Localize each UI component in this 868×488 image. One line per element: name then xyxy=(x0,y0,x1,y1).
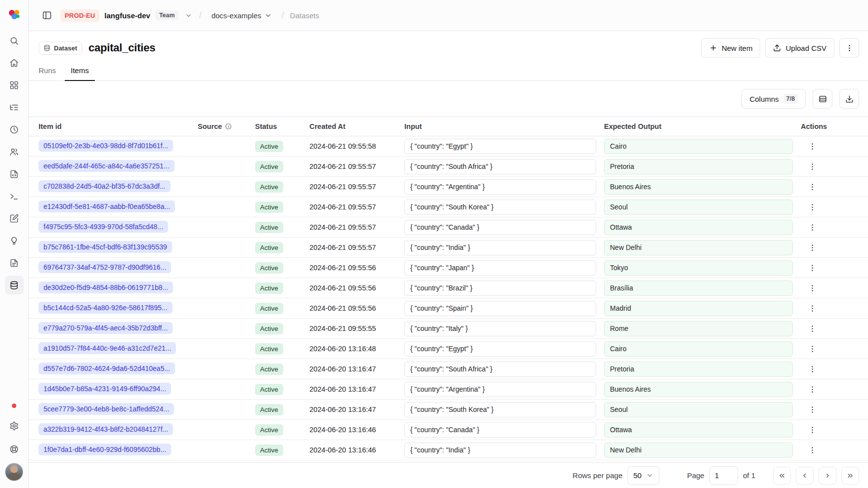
row-actions-button[interactable] xyxy=(804,340,821,357)
previous-page-button[interactable] xyxy=(796,467,814,485)
input-value[interactable]: { "country": "Canada" } xyxy=(404,220,596,235)
item-id-link[interactable]: e12430df-5e81-4687-aabb-f0ea65be8a... xyxy=(39,201,175,212)
expected-output-value[interactable]: Madrid xyxy=(604,301,793,316)
expected-output-value[interactable]: Pretoria xyxy=(604,159,793,174)
item-id-link[interactable]: 69764737-34af-4752-9787-d90df9616... xyxy=(39,261,171,273)
expected-output-value[interactable]: New Delhi xyxy=(604,240,793,255)
expected-output-value[interactable]: Ottawa xyxy=(604,220,793,235)
expected-output-value[interactable]: New Delhi xyxy=(604,443,793,458)
item-id-link[interactable]: a1910d57-7f84-440c-9e46-a31c2d7e21... xyxy=(39,342,176,354)
row-actions-button[interactable] xyxy=(804,381,821,398)
row-actions-button[interactable] xyxy=(804,178,821,195)
breadcrumb-section[interactable]: Datasets xyxy=(290,11,319,20)
row-height-button[interactable] xyxy=(813,89,832,109)
row-actions-button[interactable] xyxy=(804,199,821,215)
item-id-link[interactable]: c702838d-24d5-40a2-bf35-67dc3a3df... xyxy=(39,180,171,192)
item-id-link[interactable]: 5cee7779-3e00-4eb8-be8c-1affedd524... xyxy=(39,403,174,415)
input-value[interactable]: { "country": "South Africa" } xyxy=(404,159,596,174)
row-actions-button[interactable] xyxy=(804,421,821,438)
item-id-link[interactable]: f4975c95-5fc3-4939-970d-58fa5cd48... xyxy=(39,221,168,233)
sidebar-item-annotation[interactable] xyxy=(5,209,24,228)
expected-output-value[interactable]: Rome xyxy=(604,321,793,336)
expected-output-value[interactable]: Buenos Aires xyxy=(604,179,793,195)
item-id-link[interactable]: a322b319-9412-4f43-b8f2-b20484127f... xyxy=(39,423,173,435)
user-avatar[interactable] xyxy=(5,463,23,481)
export-button[interactable] xyxy=(839,89,859,109)
columns-button[interactable]: Columns 7/8 xyxy=(741,89,806,109)
tab-items[interactable]: Items xyxy=(65,61,95,81)
expected-output-value[interactable]: Ottawa xyxy=(604,422,793,438)
input-value[interactable]: { "country": "India" } xyxy=(404,443,596,458)
row-actions-button[interactable] xyxy=(804,320,821,337)
input-value[interactable]: { "country": "Egypt" } xyxy=(404,139,596,154)
expected-output-value[interactable]: Brasília xyxy=(604,281,793,296)
sidebar-item-insights[interactable] xyxy=(5,231,24,250)
expected-output-value[interactable]: Cairo xyxy=(604,139,793,154)
row-actions-button[interactable] xyxy=(804,158,821,175)
item-id-link[interactable]: e779a270-579a-4f45-aec4-35b72d3bff... xyxy=(39,322,173,334)
row-actions-button[interactable] xyxy=(804,259,821,276)
sidebar-item-search[interactable] xyxy=(5,31,24,50)
input-value[interactable]: { "country": "Argentina" } xyxy=(404,382,596,397)
item-id-link[interactable]: 05109ef0-2e3b-4e03-98dd-8f7d01b61f... xyxy=(39,140,173,152)
sidebar-item-datasets[interactable] xyxy=(5,276,24,294)
item-id-link[interactable]: 1d45b0e7-b85a-4231-9149-6ff90a294... xyxy=(39,383,171,395)
rows-per-page-select[interactable]: 50 xyxy=(627,466,659,485)
expected-output-value[interactable]: Pretoria xyxy=(604,362,793,377)
item-id-link[interactable]: 1f0e7da1-dbff-4e60-929d-f6095602bb... xyxy=(39,444,171,455)
sidebar-item-home[interactable] xyxy=(5,53,24,72)
input-value[interactable]: { "country": "Italy" } xyxy=(404,321,596,336)
expected-output-value[interactable]: Cairo xyxy=(604,341,793,357)
new-item-button[interactable]: New item xyxy=(701,38,761,58)
sidebar-item-prompts[interactable] xyxy=(5,164,24,183)
info-icon[interactable] xyxy=(225,123,232,130)
next-page-button[interactable] xyxy=(819,467,836,485)
item-id-link[interactable]: b75c7861-1fbe-45cf-bdf6-83f139c95539 xyxy=(39,241,172,253)
sidebar-item-support[interactable] xyxy=(5,440,24,458)
more-actions-button[interactable] xyxy=(839,38,859,58)
sidebar-item-evaluation[interactable] xyxy=(5,253,24,272)
item-id-link[interactable]: de30d2e0-f5d9-4854-88b6-0619771b8... xyxy=(39,282,173,293)
row-actions-button[interactable] xyxy=(804,239,821,256)
sidebar-item-sessions[interactable] xyxy=(5,120,24,139)
page-number-input[interactable] xyxy=(709,466,738,485)
input-value[interactable]: { "country": "Egypt" } xyxy=(404,341,596,357)
sidebar-item-tracing[interactable] xyxy=(5,98,24,117)
row-actions-button[interactable] xyxy=(804,219,821,236)
upload-csv-button[interactable]: Upload CSV xyxy=(765,38,834,58)
input-value[interactable]: { "country": "Argentina" } xyxy=(404,179,596,195)
expected-output-value[interactable]: Seoul xyxy=(604,200,793,215)
input-value[interactable]: { "country": "India" } xyxy=(404,240,596,255)
input-value[interactable]: { "country": "South Korea" } xyxy=(404,200,596,215)
sidebar-item-users[interactable] xyxy=(5,142,24,161)
tab-runs[interactable]: Runs xyxy=(33,61,62,81)
langfuse-logo[interactable] xyxy=(5,5,23,23)
sidebar-item-dashboard[interactable] xyxy=(5,76,24,94)
row-actions-button[interactable] xyxy=(804,361,821,377)
row-actions-button[interactable] xyxy=(804,138,821,155)
row-actions-button[interactable] xyxy=(804,280,821,296)
row-actions-button[interactable] xyxy=(804,442,821,458)
last-page-button[interactable] xyxy=(841,467,859,485)
input-value[interactable]: { "country": "South Africa" } xyxy=(404,362,596,377)
sidebar-toggle-button[interactable] xyxy=(39,7,55,24)
input-value[interactable]: { "country": "Brazil" } xyxy=(404,281,596,296)
item-id-link[interactable]: d557e7d6-7802-4624-9da6-52d410ea5... xyxy=(39,363,175,374)
item-id-link[interactable]: eed5dafe-244f-465c-a84c-4a6e357251... xyxy=(39,160,174,172)
project-dropdown-button[interactable]: docs-examples xyxy=(208,8,276,23)
sidebar-item-settings[interactable] xyxy=(5,416,24,435)
input-value[interactable]: { "country": "South Korea" } xyxy=(404,402,596,417)
row-actions-button[interactable] xyxy=(804,300,821,317)
input-value[interactable]: { "country": "Canada" } xyxy=(404,422,596,438)
first-page-button[interactable] xyxy=(773,467,791,485)
input-value[interactable]: { "country": "Spain" } xyxy=(404,301,596,316)
org-dropdown-button[interactable] xyxy=(184,11,193,20)
expected-output-value[interactable]: Buenos Aires xyxy=(604,382,793,397)
expected-output-value[interactable]: Tokyo xyxy=(604,260,793,276)
item-id-link[interactable]: b5c144cd-52a5-4a80-926e-58617f895... xyxy=(39,302,173,314)
input-value[interactable]: { "country": "Japan" } xyxy=(404,260,596,276)
row-actions-button[interactable] xyxy=(804,401,821,418)
org-name[interactable]: langfuse-dev xyxy=(104,11,150,20)
sidebar-item-playground[interactable] xyxy=(5,187,24,205)
expected-output-value[interactable]: Seoul xyxy=(604,402,793,417)
